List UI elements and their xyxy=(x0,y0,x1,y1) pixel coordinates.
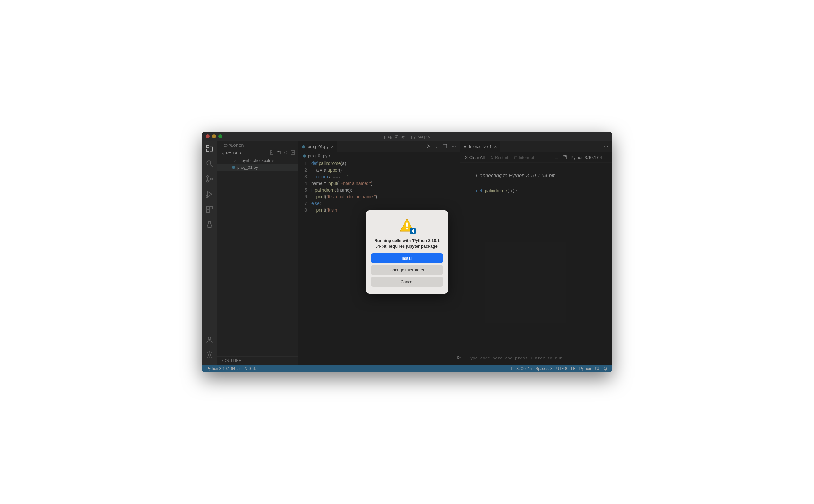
dialog: Running cells with 'Python 3.10.1 64-bit… xyxy=(366,210,448,294)
modal-overlay: Running cells with 'Python 3.10.1 64-bit… xyxy=(202,132,612,372)
install-button[interactable]: Install xyxy=(371,253,443,263)
warning-icon xyxy=(399,217,415,233)
dialog-message: Running cells with 'Python 3.10.1 64-bit… xyxy=(371,238,443,249)
cancel-button[interactable]: Cancel xyxy=(371,277,443,287)
vscode-window: prog_01.py — py_scripts EXPLORER ··· ⌄ P xyxy=(202,132,612,372)
svg-point-28 xyxy=(406,228,408,229)
svg-rect-27 xyxy=(406,222,408,227)
change-interpreter-button[interactable]: Change Interpreter xyxy=(371,265,443,275)
